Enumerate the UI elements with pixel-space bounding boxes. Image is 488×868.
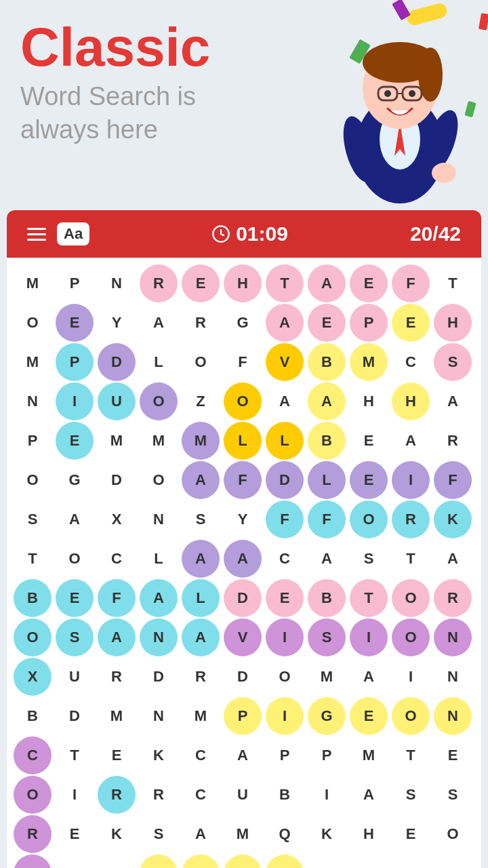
grid-cell[interactable]: O xyxy=(392,579,430,617)
grid-cell[interactable]: A xyxy=(140,579,178,617)
grid-cell[interactable]: S xyxy=(434,343,472,381)
grid-cell[interactable]: O xyxy=(14,461,52,499)
grid-cell[interactable]: M xyxy=(182,697,220,735)
grid-cell[interactable]: O xyxy=(392,618,430,656)
grid-cell[interactable]: N xyxy=(98,264,136,302)
grid-cell[interactable]: A xyxy=(266,382,304,420)
grid-cell[interactable]: L xyxy=(140,540,178,578)
grid-cell[interactable]: T xyxy=(14,540,52,578)
grid-cell[interactable]: D xyxy=(140,658,178,696)
grid-cell[interactable]: H xyxy=(350,815,388,853)
grid-cell[interactable]: R xyxy=(140,264,178,302)
grid-cell[interactable]: I xyxy=(350,618,388,656)
grid-cell[interactable]: S xyxy=(56,618,94,656)
grid-cell[interactable]: O xyxy=(14,776,52,814)
grid-cell[interactable]: D xyxy=(224,658,262,696)
grid-cell[interactable]: M xyxy=(182,422,220,460)
font-size-button[interactable]: Aa xyxy=(57,222,89,245)
grid-cell[interactable]: N xyxy=(140,500,178,538)
grid-cell[interactable]: L xyxy=(224,422,262,460)
grid-cell[interactable]: T xyxy=(266,264,304,302)
grid-cell[interactable]: N xyxy=(14,382,52,420)
grid-cell[interactable]: A xyxy=(266,304,304,342)
grid-cell[interactable]: U xyxy=(224,776,262,814)
grid-cell[interactable]: F xyxy=(392,264,430,302)
grid-cell[interactable]: L xyxy=(266,422,304,460)
grid-cell[interactable]: I xyxy=(56,776,94,814)
grid-cell[interactable]: F xyxy=(266,500,304,538)
grid-cell[interactable]: B xyxy=(14,697,52,735)
grid-cell[interactable]: O xyxy=(182,343,220,381)
grid-cell[interactable]: B xyxy=(308,343,346,381)
grid-cell[interactable]: S xyxy=(434,776,472,814)
grid-cell[interactable]: C xyxy=(98,854,136,868)
grid-cell[interactable]: A xyxy=(140,304,178,342)
grid-cell[interactable]: O xyxy=(266,658,304,696)
grid-cell[interactable]: I xyxy=(392,461,430,499)
grid-cell[interactable]: M xyxy=(308,658,346,696)
grid-cell[interactable]: P xyxy=(350,304,388,342)
grid-cell[interactable]: S xyxy=(350,540,388,578)
grid-cell[interactable]: K xyxy=(140,736,178,774)
grid-cell[interactable]: X xyxy=(98,500,136,538)
grid-cell[interactable]: F xyxy=(308,500,346,538)
grid-cell[interactable]: E xyxy=(56,815,94,853)
grid-cell[interactable]: A xyxy=(434,540,472,578)
grid-cell[interactable]: S xyxy=(182,500,220,538)
grid-cell[interactable]: O xyxy=(14,304,52,342)
grid-cell[interactable]: B xyxy=(14,579,52,617)
grid-cell[interactable]: E xyxy=(56,579,94,617)
grid-cell[interactable]: I xyxy=(308,776,346,814)
grid-cell[interactable]: A xyxy=(182,540,220,578)
grid-cell[interactable]: L xyxy=(182,579,220,617)
grid-cell[interactable]: O xyxy=(140,382,178,420)
grid-cell[interactable]: K xyxy=(434,500,472,538)
grid-cell[interactable]: E xyxy=(434,736,472,774)
grid-cell[interactable]: P xyxy=(56,343,94,381)
grid-cell[interactable]: A xyxy=(224,736,262,774)
grid-cell[interactable]: A xyxy=(224,540,262,578)
grid-cell[interactable]: H xyxy=(350,382,388,420)
grid-cell[interactable]: T xyxy=(392,540,430,578)
grid-cell[interactable]: G xyxy=(308,697,346,735)
grid-cell[interactable]: A xyxy=(98,618,136,656)
grid-cell[interactable]: T xyxy=(350,579,388,617)
grid-cell[interactable]: N xyxy=(434,697,472,735)
grid-cell[interactable]: C xyxy=(14,736,52,774)
grid-cell[interactable]: H xyxy=(434,304,472,342)
grid-cell[interactable]: F xyxy=(434,461,472,499)
grid-cell[interactable]: L xyxy=(308,461,346,499)
grid-cell[interactable]: S xyxy=(14,500,52,538)
grid-cell[interactable]: R xyxy=(392,500,430,538)
grid-cell[interactable]: E xyxy=(392,304,430,342)
grid-cell[interactable]: I xyxy=(266,618,304,656)
grid-cell[interactable]: I xyxy=(392,658,430,696)
grid-cell[interactable]: P xyxy=(308,736,346,774)
grid-cell[interactable]: R xyxy=(182,304,220,342)
grid-cell[interactable]: A xyxy=(56,500,94,538)
grid-cell[interactable]: A xyxy=(182,815,220,853)
grid-cell[interactable]: B xyxy=(266,776,304,814)
grid-cell[interactable]: G xyxy=(56,461,94,499)
grid-cell[interactable]: E xyxy=(308,304,346,342)
grid-cell[interactable]: E xyxy=(98,736,136,774)
grid-cell[interactable]: N xyxy=(140,618,178,656)
grid-cell[interactable]: O xyxy=(140,461,178,499)
grid-cell[interactable]: N xyxy=(434,618,472,656)
grid-cell[interactable]: O xyxy=(14,618,52,656)
grid-cell[interactable]: P xyxy=(224,697,262,735)
grid-cell[interactable]: R xyxy=(434,854,472,868)
grid-cell[interactable]: M xyxy=(224,815,262,853)
grid-cell[interactable]: M xyxy=(140,422,178,460)
grid-cell[interactable]: R xyxy=(14,815,52,853)
grid-cell[interactable]: S xyxy=(140,815,178,853)
grid-cell[interactable]: D xyxy=(224,579,262,617)
grid-cell[interactable]: E xyxy=(56,422,94,460)
grid-cell[interactable]: E xyxy=(182,264,220,302)
grid-cell[interactable]: D xyxy=(98,461,136,499)
grid-cell[interactable]: Y xyxy=(98,304,136,342)
grid-cell[interactable]: M xyxy=(98,422,136,460)
grid-cell[interactable]: D xyxy=(266,461,304,499)
menu-button[interactable] xyxy=(27,228,46,241)
grid-cell[interactable]: M xyxy=(14,343,52,381)
